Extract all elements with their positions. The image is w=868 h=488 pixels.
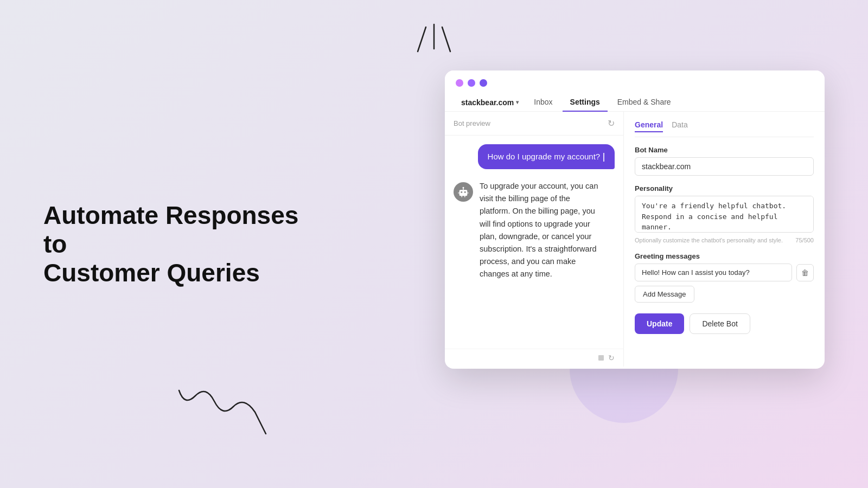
personality-label: Personality bbox=[635, 184, 814, 192]
delete-bot-button[interactable]: Delete Bot bbox=[690, 313, 750, 334]
browser-chrome: stackbear.com ▾ Inbox Settings Embed & S… bbox=[445, 70, 825, 112]
action-buttons: Update Delete Bot bbox=[635, 313, 814, 334]
personality-field-group: Personality You're a friendly helpful ch… bbox=[635, 184, 814, 243]
browser-window: stackbear.com ▾ Inbox Settings Embed & S… bbox=[445, 70, 825, 369]
hero-section: Automate Responses to Customer Queries bbox=[43, 201, 315, 287]
user-message-bubble: How do I upgrade my account? bbox=[478, 144, 615, 169]
bot-preview-header: Bot preview ↻ bbox=[445, 112, 623, 136]
browser-body: Bot preview ↻ How do I upgrade my accoun… bbox=[445, 112, 825, 367]
chat-footer: ↻ bbox=[445, 349, 623, 367]
tab-inbox[interactable]: Inbox bbox=[526, 93, 560, 112]
deco-top-lines bbox=[401, 22, 467, 54]
delete-greeting-button[interactable]: 🗑 bbox=[796, 264, 814, 281]
cursor-icon bbox=[603, 153, 604, 162]
bot-preview-label: Bot preview bbox=[454, 119, 490, 127]
settings-tabs: General Data bbox=[635, 120, 814, 137]
deco-bottom-squiggle bbox=[168, 380, 277, 445]
greeting-input[interactable] bbox=[635, 264, 792, 281]
settings-panel: General Data Bot Name Personality You're… bbox=[624, 112, 825, 367]
bot-preview-panel: Bot preview ↻ How do I upgrade my accoun… bbox=[445, 112, 624, 367]
svg-rect-3 bbox=[459, 190, 468, 196]
chat-footer-icon bbox=[598, 355, 604, 361]
svg-rect-5 bbox=[464, 191, 466, 193]
chat-area: How do I upgrade my account? bbox=[445, 136, 623, 349]
update-button[interactable]: Update bbox=[635, 313, 684, 334]
svg-line-2 bbox=[442, 27, 450, 52]
greeting-row: 🗑 bbox=[635, 264, 814, 281]
bot-message-row: To upgrade your account, you can visit t… bbox=[454, 180, 615, 281]
brand-chevron-icon: ▾ bbox=[516, 99, 519, 105]
refresh-icon[interactable]: ↻ bbox=[608, 118, 615, 129]
bot-icon bbox=[457, 186, 469, 198]
tab-general[interactable]: General bbox=[635, 120, 663, 132]
bot-name-input[interactable] bbox=[635, 157, 814, 176]
tab-settings[interactable]: Settings bbox=[563, 93, 608, 112]
hero-title: Automate Responses to Customer Queries bbox=[43, 201, 315, 287]
bot-response-text: To upgrade your account, you can visit t… bbox=[480, 180, 599, 281]
tab-embed-share[interactable]: Embed & Share bbox=[610, 93, 679, 112]
traffic-light-yellow bbox=[468, 79, 475, 87]
traffic-light-red bbox=[456, 79, 463, 87]
greeting-label: Greeting messages bbox=[635, 252, 814, 260]
personality-textarea[interactable]: You're a friendly helpful chatbot. Respo… bbox=[635, 196, 814, 233]
nav-bar: stackbear.com ▾ Inbox Settings Embed & S… bbox=[456, 93, 814, 111]
bot-name-field-group: Bot Name bbox=[635, 146, 814, 176]
chat-reload-icon[interactable]: ↻ bbox=[608, 354, 615, 362]
personality-hint: Optionally customize the chatbot's perso… bbox=[635, 237, 814, 243]
bot-avatar bbox=[454, 182, 473, 202]
svg-line-0 bbox=[418, 27, 426, 52]
nav-brand[interactable]: stackbear.com ▾ bbox=[456, 94, 524, 111]
tab-data[interactable]: Data bbox=[672, 120, 688, 132]
svg-point-7 bbox=[463, 187, 464, 189]
traffic-lights bbox=[456, 79, 814, 87]
svg-rect-4 bbox=[461, 191, 462, 193]
greeting-field-group: Greeting messages 🗑 Add Message bbox=[635, 252, 814, 303]
add-message-button[interactable]: Add Message bbox=[635, 286, 694, 303]
traffic-light-green bbox=[480, 79, 487, 87]
bot-name-label: Bot Name bbox=[635, 146, 814, 154]
